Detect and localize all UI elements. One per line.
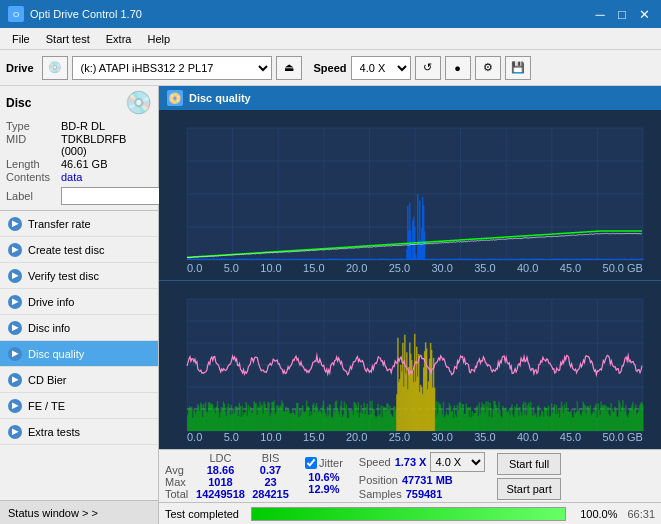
cd-bier-label: CD Bier	[28, 374, 67, 386]
disc-quality-header: 📀 Disc quality	[159, 86, 661, 110]
contents-label: Contents	[6, 171, 61, 183]
progress-track	[251, 507, 566, 521]
menu-start-test[interactable]: Start test	[38, 31, 98, 47]
chart1: LDC Read speed Write speed 2000 1500 100…	[159, 110, 661, 280]
max-bis: 23	[248, 476, 293, 488]
chart1-canvas	[159, 110, 661, 280]
status-window-label: Status window > >	[8, 507, 98, 519]
disc-icon2[interactable]: ●	[445, 56, 471, 80]
sidebar-item-verify-test-disc[interactable]: ▶ Verify test disc	[0, 263, 158, 289]
cd-bier-icon: ▶	[8, 373, 22, 387]
chart1-xaxis: 0.05.010.015.020.025.030.035.040.045.050…	[187, 260, 643, 280]
avg-jitter: 10.6%	[305, 471, 343, 483]
sidebar-item-transfer-rate[interactable]: ▶ Transfer rate	[0, 211, 158, 237]
start-part-button[interactable]: Start part	[497, 478, 560, 500]
menu-help[interactable]: Help	[139, 31, 178, 47]
position-val: 47731 MB	[402, 474, 453, 486]
contents-value: data	[61, 171, 82, 183]
samples-row: Samples 759481	[359, 488, 486, 500]
transfer-rate-icon: ▶	[8, 217, 22, 231]
nav-items: ▶ Transfer rate ▶ Create test disc ▶ Ver…	[0, 211, 158, 500]
label-input[interactable]	[61, 187, 161, 205]
titlebar: O Opti Drive Control 1.70 ─ □ ✕	[0, 0, 661, 28]
chart2: BIS Jitter 302520151050 20%16%12%8%4% 0.…	[159, 280, 661, 450]
total-ldc: 14249518	[193, 488, 248, 500]
extra-tests-label: Extra tests	[28, 426, 80, 438]
eject-icon[interactable]: ⏏	[276, 56, 302, 80]
start-buttons: Start full Start part	[497, 453, 560, 500]
progress-time: 66:31	[627, 508, 655, 520]
disc-quality-label: Disc quality	[28, 348, 84, 360]
max-ldc: 1018	[193, 476, 248, 488]
sidebar-item-disc-quality[interactable]: ▶ Disc quality	[0, 341, 158, 367]
drive-select[interactable]: (k:) ATAPI iHBS312 2 PL17	[72, 56, 272, 80]
samples-label: Samples	[359, 488, 402, 500]
menubar: File Start test Extra Help	[0, 28, 661, 50]
progress-pct: 100.0%	[572, 508, 617, 520]
disc-quality-title: Disc quality	[189, 92, 251, 104]
ldc-col-header: LDC	[193, 452, 248, 464]
window-controls: ─ □ ✕	[591, 5, 653, 23]
maximize-button[interactable]: □	[613, 5, 631, 23]
disc-panel-title: Disc	[6, 96, 31, 110]
stats-table: LDC BIS Avg 18.66 0.37 Max 1018 23 Total…	[165, 452, 293, 500]
speed-pos-section: Speed 1.73 X 4.0 X Position 47731 MB Sam…	[359, 452, 486, 500]
start-full-button[interactable]: Start full	[497, 453, 560, 475]
sidebar-item-create-test-disc[interactable]: ▶ Create test disc	[0, 237, 158, 263]
speed-stat-label: Speed	[359, 456, 391, 468]
menu-file[interactable]: File	[4, 31, 38, 47]
label-label: Label	[6, 190, 61, 202]
status-window-button[interactable]: Status window > >	[0, 500, 158, 524]
max-jitter: 12.9%	[305, 483, 343, 495]
drive-info-icon: ▶	[8, 295, 22, 309]
length-label: Length	[6, 158, 61, 170]
bis-col-header: BIS	[248, 452, 293, 464]
sidebar-item-fe-te[interactable]: ▶ FE / TE	[0, 393, 158, 419]
verify-test-disc-icon: ▶	[8, 269, 22, 283]
jitter-section: Jitter 10.6% 12.9%	[305, 457, 343, 495]
length-value: 46.61 GB	[61, 158, 107, 170]
sidebar-item-extra-tests[interactable]: ▶ Extra tests	[0, 419, 158, 445]
extra-tests-icon: ▶	[8, 425, 22, 439]
sidebar-item-drive-info[interactable]: ▶ Drive info	[0, 289, 158, 315]
save-icon[interactable]: 💾	[505, 56, 531, 80]
sidebar-item-disc-info[interactable]: ▶ Disc info	[0, 315, 158, 341]
progress-bar-container: Test completed 100.0% 66:31	[159, 502, 661, 524]
chart2-xaxis: 0.05.010.015.020.025.030.035.040.045.050…	[187, 429, 643, 449]
chart2-canvas	[159, 281, 661, 450]
create-test-disc-icon: ▶	[8, 243, 22, 257]
speed-label: Speed	[314, 62, 347, 74]
total-bis: 284215	[248, 488, 293, 500]
close-button[interactable]: ✕	[635, 5, 653, 23]
minimize-button[interactable]: ─	[591, 5, 609, 23]
sidebar: Disc 💿 Type BD-R DL MID TDKBLDRFB (000) …	[0, 86, 159, 524]
speed-stat-select[interactable]: 4.0 X	[430, 452, 485, 472]
mid-value: TDKBLDRFB (000)	[61, 133, 152, 157]
main-area: Disc 💿 Type BD-R DL MID TDKBLDRFB (000) …	[0, 86, 661, 524]
jitter-checkbox[interactable]	[305, 457, 317, 469]
max-row-label: Max	[165, 476, 193, 488]
fe-te-icon: ▶	[8, 399, 22, 413]
speed-stat-val: 1.73 X	[395, 456, 427, 468]
refresh-icon[interactable]: ↺	[415, 56, 441, 80]
verify-test-disc-label: Verify test disc	[28, 270, 99, 282]
options-icon[interactable]: ⚙	[475, 56, 501, 80]
sidebar-item-cd-bier[interactable]: ▶ CD Bier	[0, 367, 158, 393]
fe-te-label: FE / TE	[28, 400, 65, 412]
app-title: Opti Drive Control 1.70	[30, 8, 142, 20]
disc-panel: Disc 💿 Type BD-R DL MID TDKBLDRFB (000) …	[0, 86, 158, 211]
disc-quality-header-icon: 📀	[167, 90, 183, 106]
samples-val: 759481	[406, 488, 443, 500]
avg-row-label: Avg	[165, 464, 193, 476]
disc-info-label: Disc info	[28, 322, 70, 334]
mid-label: MID	[6, 133, 61, 157]
drive-info-label: Drive info	[28, 296, 74, 308]
drive-label: Drive	[6, 62, 34, 74]
speed-select[interactable]: 4.0 X 2.0 X 8.0 X	[351, 56, 411, 80]
menu-extra[interactable]: Extra	[98, 31, 140, 47]
jitter-header: Jitter	[305, 457, 343, 469]
total-row-label: Total	[165, 488, 193, 500]
transfer-rate-label: Transfer rate	[28, 218, 91, 230]
disc-icon: 💿	[125, 90, 152, 116]
charts-area: LDC Read speed Write speed 2000 1500 100…	[159, 110, 661, 449]
